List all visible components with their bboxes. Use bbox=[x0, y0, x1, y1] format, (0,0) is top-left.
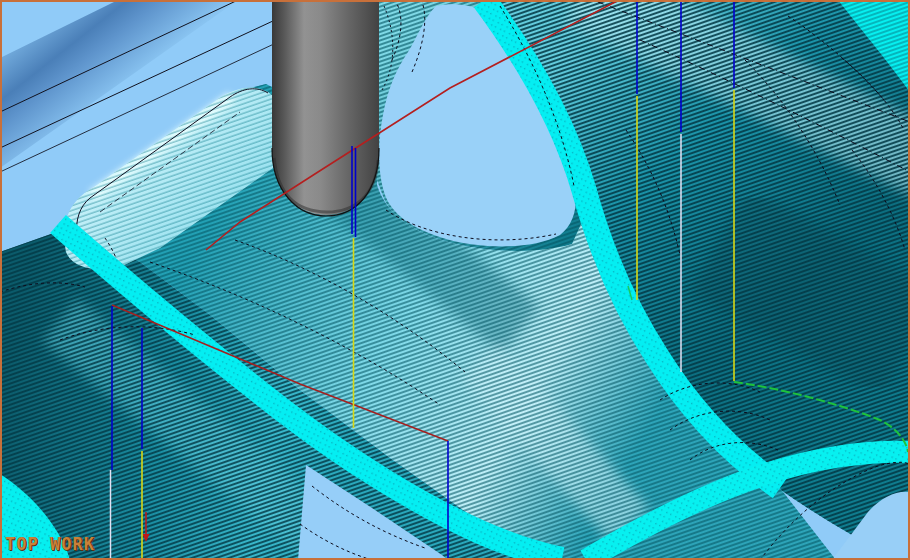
cutting-tool bbox=[272, 0, 379, 216]
toolpath-scene bbox=[0, 0, 910, 560]
view-orientation-label: TOP WORK bbox=[5, 534, 95, 554]
cam-viewport[interactable]: TOP WORK bbox=[0, 0, 910, 560]
